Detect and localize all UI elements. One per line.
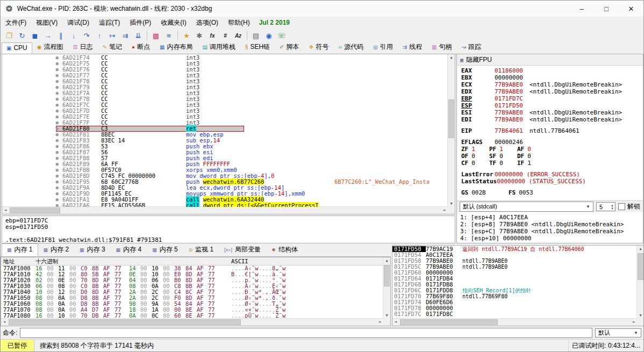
call-arg-row[interactable]: 3: [esp+C] 77B9ABE0 <ntdll.DbgUiRemoteBr… — [460, 228, 643, 235]
unlock-checkbox[interactable] — [618, 203, 625, 210]
menu-item[interactable]: 帮助(H) — [223, 17, 255, 29]
flag-pair[interactable]: TF0 — [489, 160, 517, 167]
disasm-vscrollbar[interactable]: ▲ ▼ — [447, 54, 455, 207]
chat-button[interactable]: ☏ — [275, 30, 288, 41]
tab-call-stack[interactable]: ▤调用堆栈 — [197, 41, 240, 54]
close-button[interactable]: ✕ — [619, 1, 643, 17]
breakpoint-dot[interactable]: ● — [2, 203, 62, 207]
breakpoint-dot[interactable]: ● — [2, 143, 62, 149]
breakpoint-dot[interactable]: ● — [2, 120, 62, 126]
animate-button[interactable]: ⇉ — [119, 30, 132, 41]
favourites-button[interactable]: ★ — [180, 30, 193, 41]
menu-item[interactable]: 收藏夹(I) — [156, 17, 191, 29]
flag-pair[interactable]: AF0 — [517, 146, 545, 153]
breakpoint-dot[interactable]: ● — [2, 149, 62, 155]
tab-seh[interactable]: §SEH链 — [240, 41, 275, 54]
tab-symbols[interactable]: ❖符号 — [304, 41, 333, 54]
breakpoint-dot[interactable]: ● — [2, 78, 62, 84]
tab-source[interactable]: ‹›源代码 — [333, 41, 368, 54]
hash-button[interactable]: # — [219, 30, 232, 41]
step-out-button[interactable]: ↑ — [93, 30, 106, 41]
breakpoint-dot[interactable]: ● — [2, 185, 62, 191]
scroll-right-icon[interactable]: ► — [441, 207, 448, 214]
register-row[interactable]: ZF1PF1AF0 — [461, 146, 643, 153]
flag-pair[interactable]: GS002B — [461, 189, 509, 196]
scroll-down-icon[interactable]: ▼ — [448, 200, 455, 207]
tab-references-tab[interactable]: ◎引用 — [368, 41, 398, 54]
register-row[interactable]: EAX01186000 — [461, 67, 643, 74]
breakpoint-dot[interactable]: ● — [2, 55, 62, 61]
scroll-left-icon[interactable]: ◄ — [392, 319, 399, 326]
unlock-control[interactable]: 解锁 — [618, 202, 640, 211]
tab-memory-2[interactable]: ▦内存 2 — [38, 243, 75, 256]
settings-button[interactable]: ✱ — [193, 30, 206, 41]
scroll-thumb[interactable] — [400, 319, 498, 325]
menu-item[interactable]: 视图(V) — [31, 17, 62, 29]
breakpoint-dot[interactable]: ● — [2, 90, 62, 96]
stop-button[interactable]: ◼ — [28, 30, 41, 41]
tab-trace[interactable]: ↝跟踪 — [457, 41, 486, 54]
command-input[interactable] — [20, 328, 592, 338]
tab-memory-1[interactable]: ▦内存 1 — [2, 243, 38, 256]
breakpoint-dot[interactable]: ● — [2, 161, 62, 167]
tab-struct[interactable]: ❖结构体 — [266, 243, 303, 256]
breakpoint-dot[interactable]: ● — [2, 179, 62, 185]
breakpoint-dot[interactable]: ● — [2, 138, 62, 143]
register-row[interactable]: EFLAGS00000246 — [461, 139, 643, 146]
scroll-up-icon[interactable]: ▲ — [448, 54, 455, 61]
register-row[interactable]: ECX77B9ABE0<ntdll.DbgUiRemoteBreakin> — [461, 81, 643, 88]
menu-item[interactable]: 调试(D) — [62, 17, 94, 29]
breakpoint-dot[interactable]: ● — [2, 108, 62, 114]
flag-pair[interactable]: IF1 — [517, 160, 545, 167]
scroll-left-icon[interactable]: ◄ — [2, 207, 9, 214]
register-row[interactable]: EIP77B64061ntdll.77B64061 — [461, 127, 643, 134]
scroll-right-icon[interactable]: ► — [631, 319, 637, 326]
tab-locals[interactable]: [x=]局部变量 — [219, 243, 266, 256]
command-profile-dropdown[interactable]: 默认 ▼ — [595, 328, 641, 337]
trace-into-button[interactable]: ⇊ — [132, 30, 145, 41]
step-over-button[interactable]: ↷ — [80, 30, 93, 41]
fx-button[interactable]: fx — [206, 30, 219, 41]
breakpoint-dot[interactable]: ● — [2, 126, 62, 132]
register-row[interactable]: EBP0171FD7C — [461, 95, 643, 102]
stack-row[interactable]: 0171FD7C0171FD8C — [392, 311, 636, 317]
call-arg-row[interactable]: 1: [esp+4] A0C17EEA — [460, 214, 643, 221]
breakpoint-dot[interactable]: ● — [2, 114, 62, 120]
menu-item[interactable]: 插件(P) — [125, 17, 156, 29]
fpu-toggle-bar[interactable]: ▦ 隐藏FPU — [457, 54, 643, 66]
pause-button[interactable]: ∥ — [54, 30, 67, 41]
patches-button[interactable]: ▩ — [149, 30, 162, 41]
flag-pair[interactable]: OF0 — [461, 153, 489, 160]
spinner-arrows-icon[interactable]: ▲▼ — [611, 204, 615, 210]
tab-threads[interactable]: ⇉线程 — [398, 41, 427, 54]
menu-item[interactable]: 文件(F) — [1, 17, 31, 29]
disasm-hscrollbar[interactable]: ◄ ► — [2, 206, 448, 214]
call-arg-row[interactable]: 2: [esp+8] 77B9ABE0 <ntdll.DbgUiRemoteBr… — [460, 221, 643, 228]
tab-memory-4[interactable]: ▦内存 4 — [111, 243, 147, 256]
scroll-down-icon[interactable]: ▼ — [637, 312, 644, 319]
call-arg-row[interactable]: 4: [esp+10] 00000000 — [460, 235, 643, 242]
arg-count-spinner[interactable]: 5 ▲▼ — [596, 202, 616, 211]
restart-button[interactable]: ↻ — [16, 30, 28, 41]
fpu-toggle-label[interactable]: 隐藏FPU — [466, 55, 492, 64]
menu-item[interactable]: 选项(O) — [191, 17, 223, 29]
breakpoint-dot[interactable]: ● — [2, 173, 62, 179]
register-row[interactable]: LastError00000000 (ERROR_SUCCESS) — [461, 171, 643, 178]
menu-item[interactable]: 追踪(T) — [94, 17, 125, 29]
register-row[interactable]: EDX77B9ABE0<ntdll.DbgUiRemoteBreakin> — [461, 88, 643, 95]
tab-graph[interactable]: ◉流程图 — [32, 41, 68, 54]
stack-hscrollbar[interactable]: ◄ ► — [392, 318, 637, 326]
breakpoint-dot[interactable]: ● — [2, 132, 62, 138]
flag-pair[interactable]: FS0053 — [509, 189, 556, 196]
breakpoint-dot[interactable]: ● — [2, 73, 62, 78]
scroll-thumb[interactable] — [448, 99, 454, 138]
tab-memory-map[interactable]: ▦内存布局 — [155, 41, 197, 54]
flag-pair[interactable]: DF0 — [517, 153, 545, 160]
breakpoint-dot[interactable]: ● — [2, 102, 62, 108]
open-file-button[interactable]: ❐ — [3, 30, 16, 41]
tab-cpu[interactable]: ▣CPU — [2, 42, 32, 54]
register-row[interactable]: OF0SF0DF0 — [461, 153, 643, 160]
tab-log[interactable]: ☰日志 — [68, 41, 98, 54]
tab-breakpoints[interactable]: ●断点 — [127, 41, 155, 54]
register-row[interactable]: ESP0171FD50 — [461, 102, 643, 109]
